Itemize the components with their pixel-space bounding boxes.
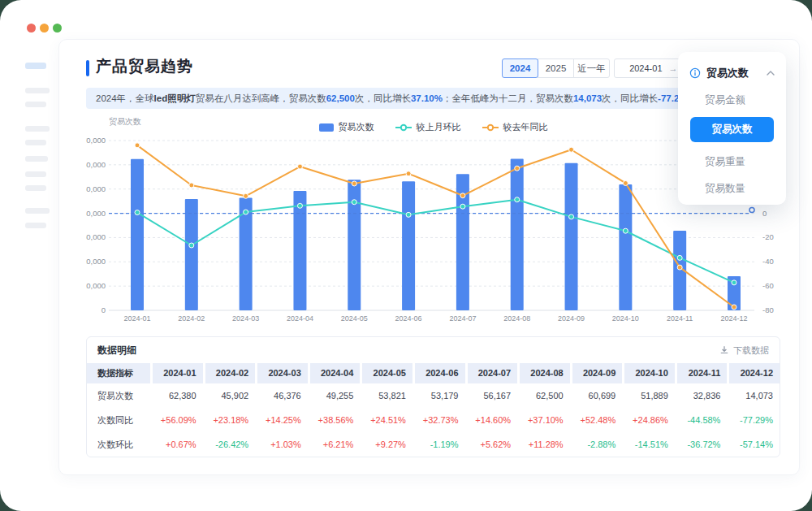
table-header-cell: 2024-07 — [465, 363, 518, 383]
year-filter-group: 20242025近一年 — [502, 58, 610, 78]
minimize-window-icon[interactable] — [40, 24, 49, 32]
bar-2024-06[interactable] — [402, 181, 415, 310]
point-较去年同比-2024-06[interactable] — [406, 171, 411, 176]
point-较去年同比-2024-08[interactable] — [515, 166, 520, 171]
sidebar-skeleton-item[interactable] — [25, 185, 46, 191]
svg-text:2024-05: 2024-05 — [341, 314, 368, 323]
dropdown-option-贸易重量[interactable]: 贸易重量 — [678, 155, 786, 169]
point-较上月环比-2024-11[interactable] — [677, 255, 682, 260]
point-较上月环比-2024-10[interactable] — [623, 228, 628, 233]
table-cell: -14.51% — [622, 432, 675, 457]
bar-2024-02[interactable] — [185, 199, 198, 310]
sidebar-skeleton-item[interactable] — [25, 140, 46, 145]
svg-text:2024-04: 2024-04 — [287, 314, 313, 323]
point-较去年同比-2024-01[interactable] — [135, 143, 140, 148]
svg-text:0: 0 — [102, 305, 106, 314]
table-cell: +37.10% — [517, 408, 570, 432]
table-cell: 49,255 — [308, 383, 361, 408]
data-detail-panel: 数据明细 下载数据 数据指标2024-012024-022024-032024-… — [86, 336, 780, 457]
download-data-button[interactable]: 下载数据 — [719, 344, 769, 357]
table-body: 贸易次数62,38045,90246,37649,25553,82153,179… — [87, 383, 780, 457]
year-filter-2025[interactable]: 2025 — [538, 58, 574, 78]
point-较上月环比-2024-04[interactable] — [297, 203, 302, 208]
point-较上月环比-2024-03[interactable] — [244, 210, 248, 214]
point-较上月环比-2024-08[interactable] — [515, 197, 520, 202]
point-较去年同比-2024-05[interactable] — [352, 181, 356, 186]
app-window: 产品贸易趋势 20242025近一年 2024-01 → 2024-12 202… — [0, 0, 812, 511]
table-cell: +6.21% — [308, 432, 361, 457]
table-header-cell: 数据指标 — [87, 363, 150, 383]
bar-2024-10[interactable] — [619, 184, 632, 310]
legend-bar-swatch — [319, 123, 334, 132]
sidebar-skeleton-item[interactable] — [25, 88, 50, 93]
table-header-cell: 2024-08 — [517, 363, 570, 383]
legend-item[interactable]: 较去年同比 — [482, 121, 548, 133]
point-较上月环比-2024-01[interactable] — [135, 210, 140, 215]
legend-item[interactable]: 较上月环比 — [395, 121, 461, 133]
point-较上月环比-2024-12[interactable] — [732, 280, 736, 285]
point-较去年同比-2024-11[interactable] — [677, 265, 682, 270]
legend-item[interactable]: 贸易次数 — [319, 121, 374, 133]
point-较上月环比-2024-02[interactable] — [189, 243, 194, 248]
zoom-window-icon[interactable] — [53, 24, 62, 32]
point-较去年同比-2024-10[interactable] — [623, 180, 628, 185]
table-cell: +9.27% — [360, 432, 412, 457]
summary-segment: 62,500 — [326, 93, 355, 103]
sidebar-skeleton-item-active[interactable] — [25, 63, 46, 69]
bar-2024-09[interactable] — [565, 163, 578, 310]
table-cell: 53,179 — [412, 383, 465, 408]
point-较上月环比-2024-06[interactable] — [406, 212, 411, 217]
point-较去年同比-2024-07[interactable] — [460, 193, 465, 198]
table-header-cell: 2024-01 — [150, 363, 203, 383]
svg-text:-20: -20 — [762, 232, 774, 241]
table-cell: 14,073 — [727, 383, 780, 408]
table-cell: 46,376 — [255, 383, 308, 408]
point-较上月环比-2024-07[interactable] — [460, 204, 465, 209]
svg-text:2024-08: 2024-08 — [503, 314, 530, 323]
sidebar-skeleton-item[interactable] — [25, 156, 48, 162]
summary-segment: 贸易在八月达到高峰，贸易次数 — [196, 93, 326, 103]
sidebar-skeleton-item[interactable] — [25, 171, 46, 177]
date-range-start: 2024-01 — [629, 63, 662, 73]
legend-line-swatch — [395, 123, 412, 132]
zero-line-handle-icon — [749, 208, 754, 213]
point-较去年同比-2024-09[interactable] — [569, 147, 574, 152]
bar-2024-01[interactable] — [131, 159, 144, 310]
chevron-up-icon[interactable] — [767, 71, 775, 76]
table-cell: +1.03% — [255, 432, 308, 457]
table-cell: +52.48% — [570, 408, 623, 432]
year-filter-近一年[interactable]: 近一年 — [573, 58, 610, 78]
svg-text:2024-10: 2024-10 — [612, 314, 639, 323]
year-filter-2024[interactable]: 2024 — [502, 58, 538, 78]
svg-text:-40: -40 — [762, 257, 774, 266]
table-cell: 62,380 — [150, 383, 203, 408]
bar-2024-08[interactable] — [511, 158, 524, 310]
table-cell: +24.51% — [360, 408, 412, 432]
bar-2024-04[interactable] — [293, 191, 306, 310]
dropdown-selected-label[interactable]: 贸易次数 — [706, 66, 761, 80]
close-window-icon[interactable] — [27, 24, 36, 32]
download-label: 下载数据 — [733, 344, 769, 357]
sidebar-skeleton-item[interactable] — [25, 126, 50, 132]
point-较上月环比-2024-05[interactable] — [352, 200, 356, 205]
chart-canvas[interactable]: 0-8010,000-6020,000-4030,000-2040,000050… — [86, 115, 780, 332]
table-cell: 32,836 — [675, 383, 728, 408]
point-较去年同比-2024-04[interactable] — [297, 164, 302, 169]
svg-text:2024-03: 2024-03 — [232, 314, 259, 323]
svg-text:50,000: 50,000 — [86, 184, 106, 193]
table-header-cell: 2024-06 — [412, 363, 465, 383]
sidebar-skeleton-item[interactable] — [25, 208, 50, 214]
dropdown-option-贸易次数[interactable]: 贸易次数 — [690, 117, 774, 142]
point-较上月环比-2024-09[interactable] — [569, 214, 574, 219]
point-较去年同比-2024-12[interactable] — [732, 305, 736, 310]
dropdown-option-贸易金额[interactable]: 贸易金额 — [678, 93, 786, 107]
svg-text:40,000: 40,000 — [86, 209, 106, 218]
point-较去年同比-2024-02[interactable] — [189, 183, 194, 188]
table-header-cell: 2024-11 — [675, 363, 728, 383]
row-label: 次数环比 — [87, 432, 150, 457]
point-较去年同比-2024-03[interactable] — [244, 193, 248, 198]
legend-label: 贸易次数 — [339, 121, 374, 133]
sidebar-skeleton-item[interactable] — [25, 223, 46, 228]
dropdown-option-贸易数量[interactable]: 贸易数量 — [678, 182, 786, 196]
sidebar-skeleton-item[interactable] — [25, 102, 46, 107]
